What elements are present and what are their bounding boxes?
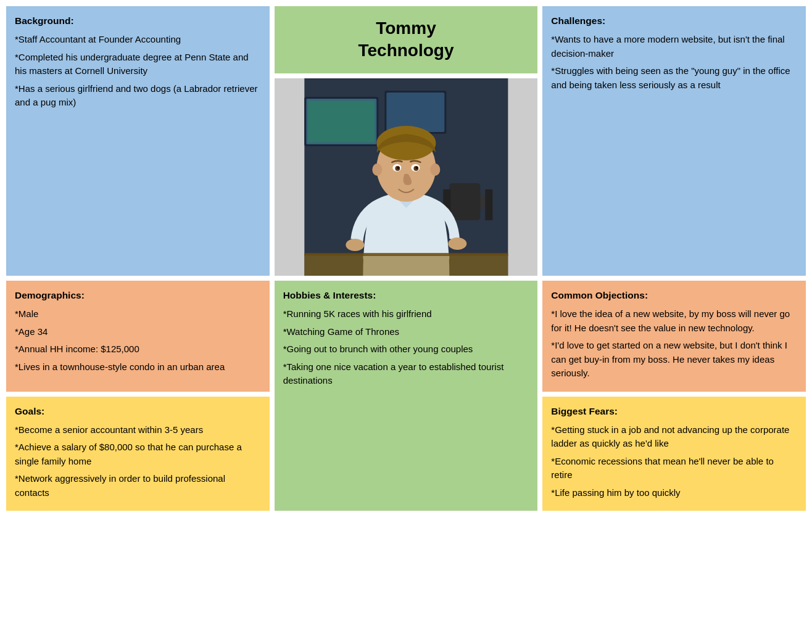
hobbies-item-4: *Taking one nice vacation a year to esta… — [283, 360, 529, 388]
person-illustration — [275, 78, 538, 276]
challenges-card: Challenges: *Wants to have a more modern… — [542, 6, 806, 276]
background-item-2: *Completed his undergraduate degree at P… — [15, 51, 261, 78]
fears-card: Biggest Fears: *Getting stuck in a job a… — [542, 397, 806, 511]
objections-card: Common Objections: *I love the idea of a… — [542, 281, 806, 392]
svg-point-20 — [397, 167, 399, 169]
background-card: Background: *Staff Accountant at Founder… — [6, 6, 270, 276]
hobbies-card: Hobbies & Interests: *Running 5K races w… — [275, 281, 538, 511]
svg-rect-24 — [304, 254, 508, 276]
objections-item-1: *I love the idea of a new website, by my… — [551, 307, 797, 335]
background-title: Background: — [15, 14, 261, 28]
demographics-item-4: *Lives in a townhouse-style condo in an … — [15, 360, 261, 374]
background-item-3: *Has a serious girlfriend and two dogs (… — [15, 82, 261, 110]
fears-item-1: *Getting stuck in a job and not advancin… — [551, 423, 797, 451]
background-item-1: *Staff Accountant at Founder Accounting — [15, 33, 261, 47]
demographics-item-1: *Male — [15, 307, 261, 321]
svg-point-21 — [415, 167, 418, 169]
persona-name: Tommy Technology — [281, 17, 532, 62]
hobbies-item-2: *Watching Game of Thrones — [283, 325, 529, 339]
svg-point-15 — [430, 163, 440, 176]
persona-photo — [275, 78, 538, 276]
demographics-item-2: *Age 34 — [15, 325, 261, 339]
svg-rect-5 — [386, 93, 444, 132]
hobbies-item-1: *Running 5K races with his girlfriend — [283, 307, 529, 321]
goals-title: Goals: — [15, 404, 261, 418]
center-column: Tommy Technology — [275, 6, 538, 276]
objections-item-2: *I'd love to get started on a new websit… — [551, 339, 797, 381]
objections-title: Common Objections: — [551, 288, 797, 302]
demographics-title: Demographics: — [15, 288, 261, 302]
demographics-card: Demographics: *Male *Age 34 *Annual HH i… — [6, 281, 270, 392]
svg-point-14 — [372, 163, 382, 176]
fears-title: Biggest Fears: — [551, 404, 797, 418]
challenges-item-1: *Wants to have a more modern website, bu… — [551, 33, 797, 60]
goals-card: Goals: *Become a senior accountant withi… — [6, 397, 270, 511]
hobbies-title: Hobbies & Interests: — [283, 288, 529, 302]
svg-rect-7 — [449, 183, 480, 220]
svg-rect-3 — [308, 101, 375, 142]
fears-item-3: *Life passing him by too quickly — [551, 486, 797, 500]
goals-item-1: *Become a senior accountant within 3-5 y… — [15, 423, 261, 437]
svg-point-23 — [448, 237, 466, 250]
main-grid: Background: *Staff Accountant at Founder… — [6, 6, 806, 511]
goals-item-2: *Achieve a salary of $80,000 so that he … — [15, 440, 261, 468]
demographics-item-3: *Annual HH income: $125,000 — [15, 342, 261, 357]
name-box: Tommy Technology — [275, 6, 538, 73]
svg-rect-9 — [485, 189, 492, 220]
challenges-title: Challenges: — [551, 14, 797, 28]
goals-item-3: *Network aggressively in order to build … — [15, 472, 261, 500]
svg-point-22 — [346, 239, 364, 251]
fears-item-2: *Economic recessions that mean he'll nev… — [551, 455, 797, 482]
hobbies-item-3: *Going out to brunch with other young co… — [283, 342, 529, 357]
challenges-item-2: *Struggles with being seen as the "young… — [551, 64, 797, 92]
svg-rect-25 — [304, 253, 508, 256]
